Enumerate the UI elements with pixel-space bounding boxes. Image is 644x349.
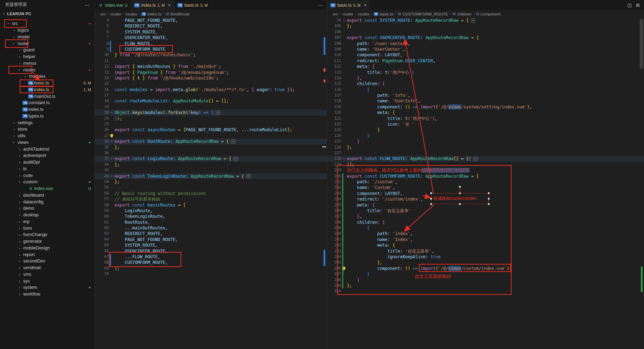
code-line-247[interactable]: 247 } [327,271,644,277]
code-line-230[interactable]: 230export const CUSTOMFORM_ROUTE: AppRou… [327,173,644,179]
code-line-245[interactable]: 245 }, [327,260,644,265]
tree-item-generator[interactable]: ›generator [0,238,95,245]
tree-item-mainOut.ts[interactable]: TSmainOut.ts [0,93,95,100]
code-line-19[interactable]: 19 [95,104,327,110]
code-line-235[interactable]: 235 meta: { [327,202,644,208]
workspace-header[interactable]: › LEARUN PC [0,9,95,18]
code-line-121[interactable]: 121 title: t('用户中心'), [327,116,644,121]
breadcrumb-item[interactable]: routes [358,12,369,16]
code-line-68[interactable]: 68 CUSTOMFORM_ROUTE, [95,260,327,265]
code-line-65[interactable]: 65 SYSTEM_ROUTE, [95,242,327,248]
fold-chevron-icon[interactable]: › [341,18,347,23]
fold-chevron-icon[interactable]: › [109,173,115,179]
tree-item-routes[interactable]: ›routes● [0,66,95,73]
breadcrumb-item[interactable]: children [457,12,471,16]
tree-item-src[interactable]: ›src● [0,20,95,27]
code-line-246[interactable]: 246 component: () => import('/@/views/cu… [327,266,644,271]
code-line-58[interactable]: 58export const basicRoutes = [ [95,202,327,208]
fold-chevron-icon[interactable]: › [109,156,115,161]
code-line-113[interactable]: 113 title: t('用户中心') [327,70,644,75]
tree-item-router[interactable]: ›router● [0,40,95,47]
code-line-13[interactable]: 13import { PageEnum } from '/@/enums/pag… [95,70,327,75]
code-line-233[interactable]: 233 component: LAYOUT, [327,191,644,196]
more-editor-icon[interactable]: ⋯ [318,2,323,8]
code-line-5[interactable]: 5 REDIRECT_ROUTE, [95,23,327,29]
tree-item-secondDev[interactable]: ›secondDev [0,258,95,265]
tree-item-logics[interactable]: ›logics [0,27,95,34]
folded-code-badge[interactable]: ⋯ [233,157,238,161]
code-line-45[interactable]: 45 [95,167,327,173]
fold-chevron-icon[interactable]: › [109,139,115,144]
code-line-35[interactable]: 35}; [95,145,327,150]
code-line-112[interactable]: 112 meta: { [327,64,644,69]
layout-editor-icon[interactable]: ⊞ [636,2,640,8]
code-line-107[interactable]: 107export const USERCENTER_ROUTE: AppRou… [327,35,644,40]
code-line-249[interactable]: 249}; [327,283,644,288]
breadcrumb-item[interactable]: src [100,12,106,16]
code-line-231[interactable]: 231 path: '/custom', [327,179,644,185]
code-line-242[interactable]: 242 meta: { [327,242,644,248]
code-line-11[interactable]: 11 [95,58,327,64]
breadcrumb-item[interactable]: basic.ts [379,12,393,16]
code-line-117[interactable]: 117 path: 'info', [327,93,644,98]
code-line-241[interactable]: 241 name: 'Index', [327,237,644,242]
code-line-124[interactable]: 124 } [327,133,644,139]
tree-item-sms[interactable]: ›sms [0,271,95,278]
split-editor-icon[interactable]: ◫ [627,2,632,8]
tab-index.ts[interactable]: TSindex.ts1, M× [131,0,174,10]
code-line-26[interactable]: 26export const asyncRoutes = [PAGE_NOT_F… [95,127,327,133]
tree-item-menus[interactable]: ›menus [0,60,95,67]
code-line-234[interactable]: 234 redirect: '/custom/index', [327,196,644,202]
code-line-24[interactable]: 24}); [95,116,327,121]
tree-item-constant.ts[interactable]: TSconstant.ts [0,100,95,106]
lightbulb-icon[interactable] [110,134,113,137]
tree-item-erp[interactable]: ›erp [0,218,95,225]
code-line-15[interactable]: 15 [95,81,327,87]
code-line-4[interactable]: 4 PAGE_NOT_FOUND_ROUTE, [95,18,327,23]
code-line-240[interactable]: 240 path: 'index', [327,231,644,236]
code-line-108[interactable]: 108 path: '/user-center', [327,41,644,46]
code-line-69[interactable]: 69]; [95,266,327,271]
tree-item-index.ts[interactable]: TSindex.ts1, M [0,87,95,93]
code-line-67[interactable]: 67 ...FLOW_ROUTE, [95,254,327,260]
code-line-232[interactable]: 232 name: 'Custom', [327,185,644,190]
tree-item-mobileDesign[interactable]: ›mobileDesign [0,245,95,252]
code-line-120[interactable]: 120 meta: { [327,110,644,115]
tree-item-index.ts[interactable]: TSindex.ts [0,106,95,113]
code-line-76[interactable]: 76›export const SYSTEM_ROUTE: AppRouteRe… [327,18,644,23]
tab-basic.ts[interactable]: TSbasic.ts5, M× [327,0,370,10]
folded-code-badge[interactable]: ⋯ [246,174,251,178]
code-line-10[interactable]: 10} from '/@/router/routes/basic'; [95,52,327,58]
code-line-59[interactable]: 59 LoginRoute, [95,208,327,214]
code-line-123[interactable]: 123 } [327,127,644,133]
code-line-110[interactable]: 110 component: LAYOUT, [327,52,644,58]
tree-item-modules[interactable]: ›modules [0,73,95,80]
tree-item-formChange[interactable]: ›formChange [0,231,95,238]
code-line-250[interactable]: 250 [327,288,644,294]
code-line-243[interactable]: 243 title: '自定义菜单', [327,248,644,254]
code-line-63[interactable]: 63 REDIRECT_ROUTE, [95,231,327,236]
code-line-128[interactable]: 128›export const FLOW_ROUTE: AppRouteRec… [327,156,644,161]
code-line-55[interactable]: 55 [95,185,327,190]
close-icon[interactable]: × [364,3,366,8]
tree-item-views[interactable]: ›views● [0,139,95,146]
code-line-9[interactable]: 9 CUSTOMFORM_ROUTE [95,46,327,52]
code-line-54[interactable]: 54}; [95,179,327,185]
code-line-25[interactable]: 25 [95,121,327,127]
code-line-70[interactable]: 70 [95,271,327,277]
code-line-46[interactable]: 46›export const TokenLoginRoute: AppRout… [95,173,327,179]
overview-ruler[interactable] [639,16,644,349]
tree-item-sendmail[interactable]: ›sendmail [0,265,95,271]
code-line-6[interactable]: 6 SYSTEM_ROUTE, [95,29,327,35]
code-line-105[interactable]: 105}; [327,23,644,29]
close-icon[interactable]: × [168,3,171,8]
code-line-114[interactable]: 114 }, [327,75,644,81]
code-line-60[interactable]: 60 TokenLoginRoute, [95,214,327,219]
tree-item-workflow[interactable]: ›workflow [0,291,95,298]
code-line-62[interactable]: 62 ...mainOutRoutes, [95,225,327,231]
tree-item-system[interactable]: ›system● [0,284,95,291]
tree-item-desktop[interactable]: ›desktop [0,212,95,218]
tree-item-actHiTaskinst[interactable]: ›actHiTaskinst [0,146,95,152]
code-line-236[interactable]: 236 title: '自定义菜单' [327,208,644,214]
fold-chevron-icon[interactable]: › [341,156,347,161]
